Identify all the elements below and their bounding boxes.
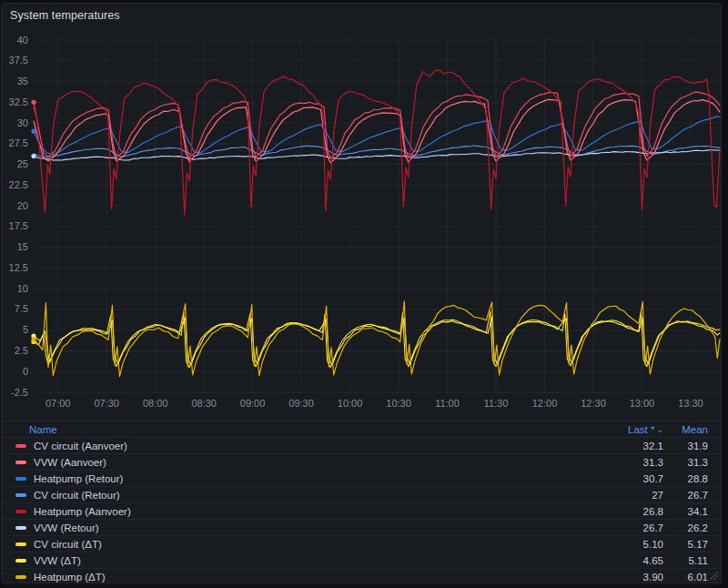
series-color-swatch[interactable] <box>15 477 26 481</box>
series-start-point <box>31 100 35 105</box>
y-axis-tick-label: 32.5 <box>9 96 28 107</box>
time-series-chart[interactable]: 4037.53532.53027.52522.52017.51512.5107.… <box>2 4 721 419</box>
x-axis-tick-label: 10:30 <box>386 398 411 409</box>
legend-row: VVW (Retour)26.726.2 <box>2 520 721 536</box>
x-axis-tick-label: 11:00 <box>435 398 460 409</box>
series-name[interactable]: Heatpump (Aanvoer) <box>34 506 603 517</box>
series-line <box>34 70 720 215</box>
x-axis-tick-label: 07:30 <box>94 398 119 409</box>
series-color-swatch[interactable] <box>15 444 26 448</box>
x-axis-tick-label: 09:00 <box>240 398 266 409</box>
series-last-value: 3.90 <box>603 572 663 583</box>
series-line <box>34 150 720 160</box>
series-color-swatch[interactable] <box>15 526 26 530</box>
y-axis-tick-label: 0 <box>23 366 28 377</box>
series-color-swatch[interactable] <box>15 575 26 579</box>
series-mean-value: 5.17 <box>663 539 708 550</box>
series-last-value: 4.65 <box>603 555 663 566</box>
series-last-value: 30.7 <box>603 473 663 484</box>
series-name[interactable]: CV circuit (Aanvoer) <box>34 441 603 451</box>
y-axis-tick-label: 10 <box>17 283 28 294</box>
series-name[interactable]: VVW (ΔT) <box>34 555 603 566</box>
x-axis-tick-label: 08:00 <box>143 398 168 409</box>
series-name[interactable]: Heatpump (ΔT) <box>34 572 603 583</box>
y-axis-tick-label: 7.5 <box>15 303 28 314</box>
x-axis-tick-label: 12:00 <box>532 398 558 409</box>
y-axis-tick-label: 20 <box>17 200 28 211</box>
legend-row: CV circuit (ΔT)5.105.17 <box>2 536 721 553</box>
legend-row: VVW (Aanvoer)31.331.3 <box>2 454 721 471</box>
series-start-point <box>31 337 35 341</box>
y-axis-tick-label: 12.5 <box>9 262 28 273</box>
x-axis-tick-label: 13:00 <box>630 398 655 409</box>
x-axis-tick-label: 11:30 <box>484 398 509 409</box>
x-axis-tick-label: 09:30 <box>288 398 314 409</box>
series-name[interactable]: CV circuit (Retour) <box>34 490 603 501</box>
series-last-value: 32.1 <box>603 441 663 451</box>
legend-row: VVW (ΔT)4.655.11 <box>2 553 721 569</box>
series-name[interactable]: CV circuit (ΔT) <box>34 539 603 550</box>
legend-table: Name Last *⌄ Mean CV circuit (Aanvoer)32… <box>2 421 721 585</box>
series-name[interactable]: Heatpump (Retour) <box>34 473 603 484</box>
legend-row: Heatpump (ΔT)3.906.01 <box>2 569 721 585</box>
legend-row: CV circuit (Aanvoer)32.131.9 <box>2 438 721 454</box>
series-last-value: 26.7 <box>603 522 663 533</box>
series-name[interactable]: VVW (Retour) <box>34 522 603 533</box>
legend-row: Heatpump (Retour)30.728.8 <box>2 471 721 487</box>
y-axis-tick-label: 22.5 <box>9 179 28 190</box>
series-color-swatch[interactable] <box>15 461 26 464</box>
series-name[interactable]: VVW (Aanvoer) <box>34 457 603 468</box>
x-axis-tick-label: 07:00 <box>46 398 71 409</box>
legend-column-mean[interactable]: Mean <box>663 424 708 435</box>
series-mean-value: 26.7 <box>663 490 708 501</box>
series-last-value: 27 <box>603 490 663 501</box>
series-color-swatch[interactable] <box>15 510 26 513</box>
y-axis-tick-label: 27.5 <box>9 137 28 148</box>
legend-header: Name Last *⌄ Mean <box>2 421 721 438</box>
x-axis-tick-label: 13:30 <box>678 398 703 409</box>
y-axis-tick-label: 5 <box>23 324 28 335</box>
series-mean-value: 28.8 <box>663 473 708 484</box>
y-axis-tick-label: 15 <box>17 241 28 252</box>
y-axis-tick-label: 2.5 <box>15 345 28 356</box>
x-axis-tick-label: 08:30 <box>191 398 217 409</box>
y-axis-tick-label: 17.5 <box>9 220 28 231</box>
series-line <box>34 117 720 155</box>
series-color-swatch[interactable] <box>15 542 26 546</box>
series-last-value: 5.10 <box>603 539 663 550</box>
series-start-point <box>31 154 35 158</box>
series-mean-value: 26.2 <box>663 522 708 533</box>
y-axis-tick-label: 40 <box>17 35 28 46</box>
series-mean-value: 5.11 <box>663 555 708 566</box>
series-color-swatch[interactable] <box>15 559 26 563</box>
sort-caret-icon: ⌄ <box>656 425 663 434</box>
series-color-swatch[interactable] <box>15 493 26 497</box>
series-mean-value: 6.01 <box>663 572 708 583</box>
series-last-value: 31.3 <box>603 457 663 468</box>
legend-row: CV circuit (Retour)2726.7 <box>2 487 721 503</box>
chart-canvas[interactable]: 4037.53532.53027.52522.52017.51512.5107.… <box>2 4 721 419</box>
series-line <box>34 317 720 365</box>
series-line <box>34 301 720 377</box>
legend-column-last[interactable]: Last *⌄ <box>603 424 663 435</box>
y-axis-tick-label: 30 <box>17 117 28 128</box>
legend-column-name[interactable]: Name <box>29 424 603 435</box>
series-mean-value: 31.9 <box>663 441 708 451</box>
y-axis-tick-label: 25 <box>17 158 28 169</box>
series-mean-value: 34.1 <box>663 506 708 517</box>
series-mean-value: 31.3 <box>663 457 708 468</box>
x-axis-tick-label: 10:00 <box>338 398 363 409</box>
legend-rows: CV circuit (Aanvoer)32.131.9VVW (Aanvoer… <box>2 438 721 585</box>
legend-row: Heatpump (Aanvoer)26.834.1 <box>2 503 721 520</box>
grafana-panel: System temperatures 4037.53532.53027.525… <box>1 3 722 583</box>
y-axis-tick-label: 37.5 <box>9 55 28 66</box>
y-axis-tick-label: -2.5 <box>11 387 28 398</box>
series-last-value: 26.8 <box>603 506 663 517</box>
y-axis-tick-label: 35 <box>17 76 28 86</box>
x-axis-tick-label: 12:30 <box>581 398 606 409</box>
panel-resize-handle[interactable] <box>709 571 719 581</box>
